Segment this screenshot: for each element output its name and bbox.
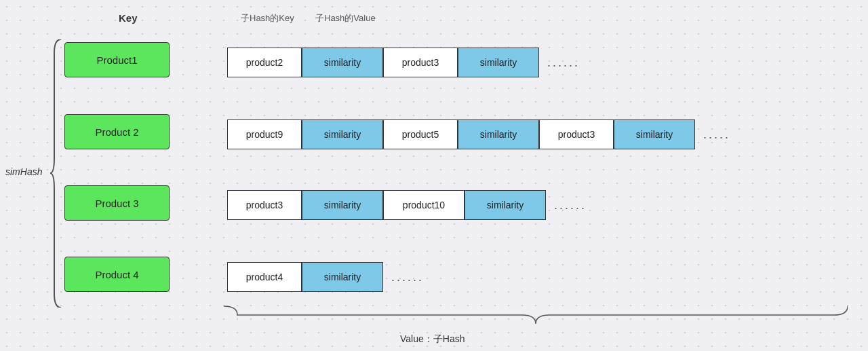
- diagram-container: Key 子Hash的Key 子Hash的Value simHash Produc…: [0, 0, 868, 351]
- product-box-2: Product 2: [64, 114, 170, 149]
- simhash-label: simHash: [5, 166, 42, 177]
- hash-cell-r1-c2: product5: [383, 119, 458, 149]
- hash-cell-r0-c2: product3: [383, 48, 458, 77]
- dots-r3: ......: [391, 270, 424, 284]
- hash-row-2: product9similarityproduct5similarityprod…: [227, 119, 730, 149]
- left-brace: [49, 39, 62, 308]
- hash-cell-r0-c0: product2: [227, 48, 302, 77]
- hash-cell-r2-c3: similarity: [465, 190, 546, 220]
- dots-r0: ......: [547, 56, 580, 70]
- hash-cell-r1-c5: similarity: [614, 119, 695, 149]
- hash-cell-r2-c1: similarity: [302, 190, 383, 220]
- hash-cell-r0-c1: similarity: [302, 48, 383, 77]
- hash-row-1: product2similarityproduct3similarity....…: [227, 48, 580, 77]
- header-key-label: Key: [119, 12, 138, 24]
- product-box-1: Product1: [64, 42, 170, 77]
- hash-cell-r1-c4: product3: [539, 119, 614, 149]
- hash-cell-r2-c2: product10: [383, 190, 465, 220]
- header-subkey-label: 子Hash的Key: [241, 12, 294, 24]
- hash-cell-r1-c1: similarity: [302, 119, 383, 149]
- hash-row-4: product4similarity......: [227, 262, 424, 292]
- product-box-4: Product 4: [64, 257, 170, 292]
- bottom-value-label: Value：子Hash: [400, 333, 465, 346]
- hash-cell-r1-c0: product9: [227, 119, 302, 149]
- header-subvalue-label: 子Hash的Value: [315, 12, 376, 24]
- hash-cell-r3-c1: similarity: [302, 262, 383, 292]
- dots-r1: .....: [703, 128, 730, 142]
- hash-cell-r0-c3: similarity: [458, 48, 539, 77]
- product-box-3: Product 3: [64, 185, 170, 221]
- bottom-brace: [224, 305, 848, 325]
- hash-cell-r3-c0: product4: [227, 262, 302, 292]
- hash-cell-r1-c3: similarity: [458, 119, 539, 149]
- hash-row-3: product3similarityproduct10similarity...…: [227, 190, 587, 220]
- hash-cell-r2-c0: product3: [227, 190, 302, 220]
- dots-r2: ......: [554, 198, 587, 213]
